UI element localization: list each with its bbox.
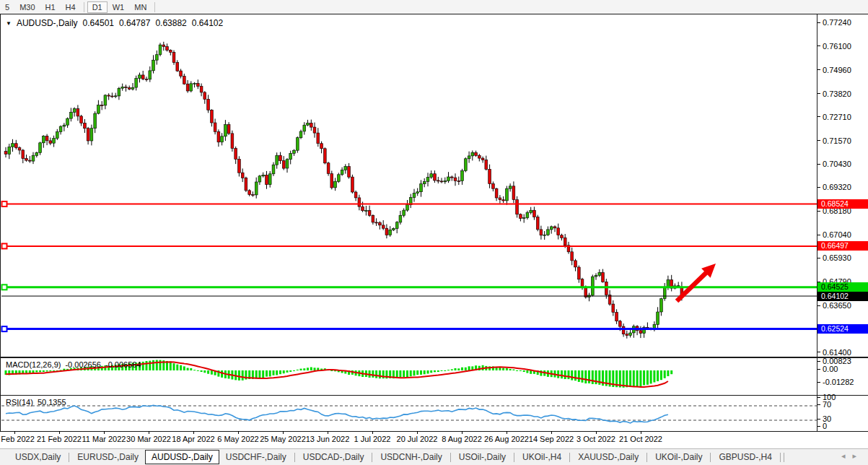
price-tick-label: 0.73820: [823, 90, 851, 98]
date-tick-mark: [417, 431, 418, 434]
date-tick-mark: [328, 431, 328, 434]
date-label: 11 Mar 2022: [82, 435, 126, 443]
tab-usdx-daily[interactable]: USDX,Daily: [9, 450, 67, 464]
date-label: 18 Apr 2022: [172, 435, 214, 443]
price-tick-mark: [817, 211, 820, 212]
date-label: 3 Oct 2022: [577, 435, 615, 443]
date-tick-mark: [238, 431, 239, 434]
rsi-tick-label: 0: [823, 422, 827, 430]
price-tick-label: 0.61400: [823, 348, 851, 357]
macd-tick-label: -0.01282: [823, 378, 854, 386]
date-tick-mark: [372, 431, 373, 434]
rsi-tick-mark: [817, 426, 820, 427]
chart-title: ▼ AUDUSD-,Daily 0.64501 0.64787 0.63882 …: [6, 18, 223, 28]
tab-scroll-right-icon[interactable]: ▸: [852, 451, 864, 460]
tab-xauusd-daily[interactable]: XAUUSD-,Daily: [571, 450, 645, 464]
date-label: 2 Feb 2022: [0, 435, 35, 443]
tab-eurusd-daily[interactable]: EURUSD-,Daily: [71, 450, 145, 464]
price-tick-label: 0.76100: [823, 42, 851, 51]
date-label: 1 Jul 2022: [354, 435, 391, 443]
price-tick-mark: [817, 164, 820, 165]
tab-audusd-daily[interactable]: AUDUSD-,Daily: [145, 450, 219, 464]
price-tick-mark: [817, 69, 820, 70]
price-tick-mark: [817, 305, 820, 306]
tab-divider: [780, 453, 781, 462]
date-tick-mark: [104, 431, 105, 434]
tab-ukoil-daily[interactable]: UKOil-,Daily: [649, 450, 709, 464]
price-tick-mark: [817, 93, 820, 94]
price-tick-label: 0.67040: [823, 230, 851, 239]
tab-divider: [784, 453, 784, 462]
price-tick-mark: [817, 187, 820, 188]
tab-usdcad-daily[interactable]: USDCAD-,Daily: [297, 450, 371, 464]
date-label: 21 Feb 2022: [37, 435, 82, 443]
date-tick-mark: [596, 431, 597, 434]
date-tick-mark: [641, 431, 641, 434]
tab-ukoil-h4[interactable]: UKOil-,H4: [516, 450, 568, 464]
macd-pane-separator: [0, 357, 868, 358]
rsi-pane-separator: [0, 395, 868, 396]
tab-usdchf-daily[interactable]: USDCHF-,Daily: [219, 450, 293, 464]
macd-value-main: -0.002656: [65, 360, 101, 369]
date-tick-mark: [462, 431, 463, 434]
price-tick-label: 0.74960: [823, 66, 851, 74]
date-label: 13 Jun 2022: [306, 435, 350, 443]
price-tick-label: 0.63650: [823, 301, 851, 310]
price-tick-mark: [817, 116, 820, 117]
rsi-name: RSI(14): [6, 398, 33, 407]
date-tick-mark: [507, 431, 507, 434]
tab-divider: [372, 453, 372, 462]
date-label: 25 May 2022: [260, 435, 306, 443]
macd-indicator-label: MACD(12,26,9) -0.002656 -0.006564: [6, 360, 141, 369]
ohlc-high: 0.64787: [119, 18, 150, 28]
date-label: 30 Mar 2022: [126, 435, 171, 443]
price-badge-0.66497: 0.66497: [817, 241, 868, 251]
ohlc-low: 0.63882: [155, 18, 186, 28]
chart-tab-bar: USDX,DailyEURUSD-,DailyAUDUSD-,DailyUSDC…: [0, 448, 868, 465]
price-badge-0.64525: 0.64525: [817, 282, 868, 292]
macd-name: MACD(12,26,9): [6, 360, 61, 369]
rsi-tick-mark: [817, 419, 820, 420]
price-badge-0.62524: 0.62524: [817, 324, 868, 334]
chart-symbol-label: AUDUSD-,Daily: [17, 18, 78, 28]
tab-divider: [710, 453, 711, 462]
mt4-chart-window: 5M30H1H4D1W1MN ▼ AUDUSD-,Daily 0.64501 0…: [0, 0, 868, 465]
chart-top-border: [0, 14, 868, 14]
macd-tick-label: 0.00: [823, 365, 838, 373]
date-label: 26 Aug 2022: [484, 435, 529, 443]
tab-divider: [294, 453, 295, 462]
tab-divider: [514, 453, 514, 462]
tab-usoil-daily[interactable]: USOil-,Daily: [452, 450, 512, 464]
date-label: 20 Jul 2022: [397, 435, 438, 443]
price-badge-0.68524: 0.68524: [817, 199, 868, 209]
price-tick-label: 0.72710: [823, 113, 851, 121]
tab-gbpusd-h4[interactable]: GBPUSD-,H4: [712, 450, 778, 464]
rsi-indicator-label: RSI(14) 50.1355: [6, 398, 66, 407]
date-tick-mark: [283, 431, 284, 434]
price-tick-mark: [817, 258, 820, 258]
price-tick-label: 0.77240: [823, 18, 851, 27]
tab-scroll-arrows: ◂▸: [841, 451, 864, 461]
price-tick-label: 0.70430: [823, 160, 851, 168]
price-tick-mark: [817, 235, 820, 235]
tab-divider: [569, 453, 570, 462]
date-tick-mark: [193, 431, 194, 434]
rsi-value: 50.1355: [38, 398, 66, 407]
ohlc-open: 0.64501: [83, 18, 114, 28]
price-tick-mark: [817, 140, 820, 141]
price-tick-mark: [817, 352, 820, 352]
rsi-tick-mark: [817, 397, 820, 398]
chart-menu-icon[interactable]: ▼: [6, 20, 12, 27]
date-axis-separator: [0, 431, 868, 432]
tab-scroll-left-icon[interactable]: ◂: [841, 451, 853, 460]
tab-divider: [646, 453, 647, 462]
date-tick-mark: [14, 431, 15, 434]
date-tick-mark: [59, 431, 60, 434]
rsi-tick-label: 70: [823, 400, 831, 409]
date-label: 21 Oct 2022: [619, 435, 662, 443]
macd-tick-mark: [817, 382, 820, 383]
macd-value-signal: -0.006564: [105, 360, 141, 369]
tab-usdcnh-daily[interactable]: USDCNH-,Daily: [374, 450, 448, 464]
price-tick-label: 0.71570: [823, 136, 851, 145]
tab-divider: [450, 453, 451, 462]
